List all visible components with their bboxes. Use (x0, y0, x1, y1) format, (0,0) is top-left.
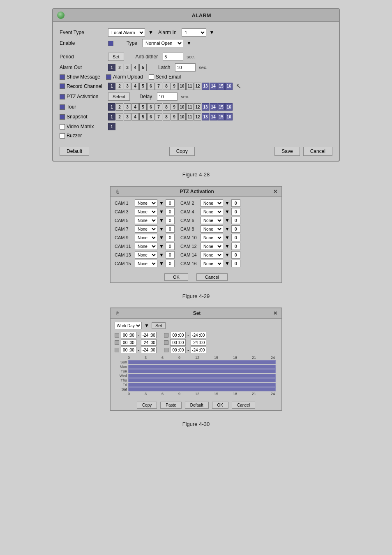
tl-bar-5[interactable] (128, 383, 276, 387)
ptz-left-num-2[interactable] (166, 217, 175, 224)
snap-num-9[interactable]: 9 (171, 113, 178, 120)
snap-num-4[interactable]: 4 (131, 113, 139, 120)
ptz-right-select-0[interactable]: None (201, 199, 223, 207)
ptz-right-num-1[interactable] (231, 208, 240, 215)
ptz-left-select-5[interactable]: None (135, 243, 157, 250)
set-time-to2-1[interactable] (191, 339, 206, 346)
snap-num-10[interactable]: 10 (178, 113, 186, 120)
ptz-right-num-4[interactable] (231, 234, 240, 241)
work-day-select[interactable]: Work Day (115, 322, 142, 329)
rc-num-2[interactable]: 2 (116, 83, 123, 90)
tour-num-4[interactable]: 4 (131, 103, 139, 111)
alarm-out-num-1[interactable]: 1 (108, 64, 115, 71)
enable-checkbox[interactable] (108, 41, 113, 46)
set-copy-btn[interactable]: Copy (137, 402, 157, 409)
set-time-from-2[interactable] (121, 347, 136, 353)
set-default-btn[interactable]: Default (185, 402, 209, 409)
rc-num-10[interactable]: 10 (178, 83, 186, 90)
tour-num-7[interactable]: 7 (155, 103, 162, 111)
snap-num-6[interactable]: 6 (147, 113, 154, 120)
alarm-out-num-3[interactable]: 3 (124, 64, 131, 71)
tour-num-13[interactable]: 13 (202, 103, 209, 111)
set-time-to2-0[interactable] (191, 332, 206, 338)
rc-num-5[interactable]: 5 (139, 83, 147, 90)
set-time-cb2-2[interactable] (164, 348, 168, 352)
show-message-cb[interactable] (60, 74, 65, 80)
snap-num-5[interactable]: 5 (139, 113, 147, 120)
set-time-from-1[interactable] (121, 339, 136, 346)
set-ok-btn[interactable]: OK (212, 402, 228, 409)
ptz-right-select-1[interactable]: None (201, 208, 223, 215)
set-time-from2-1[interactable] (170, 339, 186, 346)
snap-num-8[interactable]: 8 (163, 113, 170, 120)
set-time-cb-0[interactable] (115, 333, 119, 338)
set-time-from2-0[interactable] (170, 332, 186, 338)
save-btn[interactable]: Save (274, 147, 300, 156)
tour-num-12[interactable]: 12 (194, 103, 201, 111)
tour-num-11[interactable]: 11 (186, 103, 194, 111)
ptz-left-select-3[interactable]: None (135, 225, 157, 233)
video-matrix-num-1[interactable]: 1 (108, 123, 115, 130)
ptz-right-select-3[interactable]: None (201, 225, 223, 233)
set-set-btn[interactable]: Set (152, 322, 166, 329)
tour-num-3[interactable]: 3 (124, 103, 131, 111)
rc-num-16[interactable]: 16 (225, 83, 233, 90)
rc-num-13[interactable]: 13 (202, 83, 209, 90)
set-time-to2-2[interactable] (191, 347, 206, 353)
tour-num-2[interactable]: 2 (116, 103, 123, 111)
alarm-upload-cb[interactable] (106, 74, 111, 80)
tour-num-5[interactable]: 5 (139, 103, 147, 111)
ptz-right-select-5[interactable]: None (201, 243, 223, 250)
period-set-btn[interactable]: Set (108, 53, 124, 61)
set-close-btn[interactable]: ✕ (273, 310, 277, 316)
set-time-to-1[interactable] (141, 339, 157, 346)
snapshot-cb[interactable] (60, 114, 65, 120)
set-time-from-0[interactable] (121, 332, 136, 338)
set-time-cb2-0[interactable] (164, 333, 168, 338)
snap-num-3[interactable]: 3 (124, 113, 131, 120)
ptz-left-select-6[interactable]: None (135, 251, 157, 259)
snap-num-14[interactable]: 14 (210, 113, 217, 120)
tl-bar-4[interactable] (128, 378, 276, 382)
rc-num-6[interactable]: 6 (147, 83, 154, 90)
ptz-left-select-7[interactable]: None (135, 260, 157, 267)
ptz-right-select-6[interactable]: None (201, 251, 223, 259)
ptz-left-select-1[interactable]: None (135, 208, 157, 215)
tour-num-15[interactable]: 15 (217, 103, 225, 111)
tl-bar-0[interactable] (128, 360, 276, 364)
ptz-left-num-4[interactable] (166, 234, 175, 241)
snap-num-2[interactable]: 2 (116, 113, 123, 120)
tour-num-10[interactable]: 10 (178, 103, 186, 111)
rc-num-8[interactable]: 8 (163, 83, 170, 90)
ptz-activation-cb[interactable] (60, 94, 65, 99)
ptz-right-num-6[interactable] (231, 251, 240, 259)
rc-num-7[interactable]: 7 (155, 83, 162, 90)
event-type-select[interactable]: Local Alarm (108, 28, 145, 37)
ptz-right-select-7[interactable]: None (201, 260, 223, 267)
tour-cb[interactable] (60, 104, 65, 110)
default-btn[interactable]: Default (60, 147, 89, 156)
tour-num-1[interactable]: 1 (108, 103, 115, 111)
ptz-left-select-2[interactable]: None (135, 217, 157, 224)
ptz-select-btn[interactable]: Select (108, 92, 130, 101)
rc-num-9[interactable]: 9 (171, 83, 178, 90)
rc-num-11[interactable]: 11 (186, 83, 194, 90)
set-cancel-btn[interactable]: Cancel (232, 402, 255, 409)
ptz-left-num-5[interactable] (166, 243, 175, 250)
ptz-left-select-4[interactable]: None (135, 234, 157, 241)
rc-num-14[interactable]: 14 (210, 83, 217, 90)
ptz-close-btn[interactable]: ✕ (273, 189, 277, 194)
rc-num-1[interactable]: 1 (108, 83, 115, 90)
snap-num-11[interactable]: 11 (186, 113, 194, 120)
tl-bar-6[interactable] (128, 387, 276, 391)
ptz-right-num-7[interactable] (231, 260, 240, 267)
snap-num-16[interactable]: 16 (225, 113, 233, 120)
snap-num-1[interactable]: 1 (108, 113, 115, 120)
tour-num-8[interactable]: 8 (163, 103, 170, 111)
ptz-right-select-2[interactable]: None (201, 217, 223, 224)
tour-num-14[interactable]: 14 (210, 103, 217, 111)
ptz-left-num-3[interactable] (166, 225, 175, 233)
snap-num-7[interactable]: 7 (155, 113, 162, 120)
delay-input[interactable] (157, 92, 178, 101)
ptz-right-num-5[interactable] (231, 243, 240, 250)
